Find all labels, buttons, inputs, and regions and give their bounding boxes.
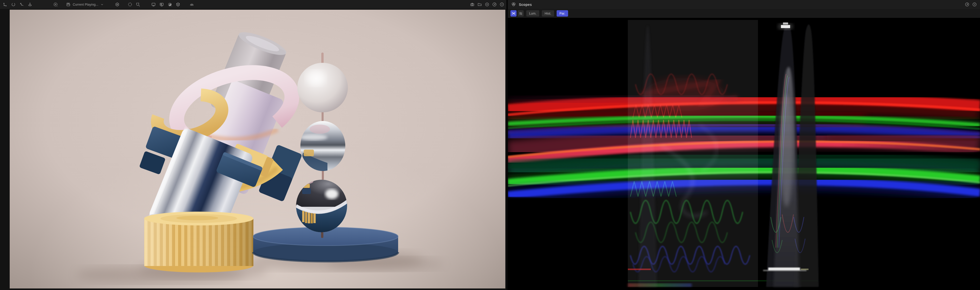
scopes-panel: Scopes ?	[508, 0, 980, 290]
scopes-header: Scopes ?	[508, 0, 980, 9]
rgb-venn-icon	[511, 2, 516, 7]
scope-mode-waveform-lines-button[interactable]	[517, 10, 524, 17]
help-glyph: ?	[501, 3, 502, 6]
record-icon[interactable]	[484, 2, 490, 7]
gizmo-cube-icon[interactable]	[175, 2, 180, 7]
display-monitor-icon[interactable]	[151, 2, 156, 7]
scope-mode-waveform-cross-button[interactable]	[511, 10, 517, 17]
select-circle-icon[interactable]	[127, 2, 132, 7]
pivot-point-icon[interactable]: P	[53, 2, 58, 7]
clip-camera-icon	[65, 2, 71, 7]
waveform-lines-icon	[519, 11, 523, 16]
overlays-arcs-icon[interactable]	[189, 2, 194, 7]
mask-hexagon-icon[interactable]: M	[115, 2, 120, 7]
clip-selector-label: Current Playing...	[73, 3, 98, 6]
camera-icon[interactable]	[469, 2, 475, 7]
render-viewport-canvas[interactable]	[10, 10, 505, 288]
track-point-icon[interactable]	[19, 2, 24, 7]
chevron-down-icon	[100, 2, 104, 7]
scope-waveform-bands	[508, 96, 980, 196]
shading-sphere-icon[interactable]	[167, 2, 172, 7]
waveform-cross-icon	[511, 11, 516, 16]
help-icon[interactable]: ?	[972, 2, 977, 7]
viewport-header-toolbar: P Current Playing... M	[0, 0, 506, 9]
help-icon[interactable]: ?	[499, 2, 504, 7]
scope-mode-parade-button[interactable]: Par.	[557, 10, 568, 17]
marker-horseshoe-icon[interactable]	[11, 2, 16, 7]
navy-disc-pedestal	[253, 227, 398, 261]
track-axes-icon[interactable]	[3, 2, 8, 7]
pin-icon[interactable]	[964, 2, 969, 7]
viewport-panel: P Current Playing... M	[0, 0, 506, 290]
app-window: P Current Playing... M	[0, 0, 980, 290]
render-scene	[10, 10, 505, 288]
scopes-panel-title: Scopes	[519, 3, 532, 6]
folder-icon[interactable]	[477, 2, 482, 7]
sphere-totem	[295, 53, 348, 238]
yellow-pedestal	[144, 212, 253, 272]
scopes-toolbar: Lum. Hist. Par.	[508, 9, 980, 18]
help-glyph: ?	[974, 3, 975, 6]
snap-magnet-icon[interactable]	[135, 2, 140, 7]
scope-mode-histogram-button[interactable]: Hist.	[542, 10, 554, 17]
pin-icon[interactable]	[492, 2, 497, 7]
display-overlay-icon[interactable]	[159, 2, 164, 7]
pivot-disc-icon[interactable]	[27, 2, 32, 7]
waveform-scope-canvas	[508, 18, 980, 290]
scope-mode-luminance-button[interactable]: Lum.	[526, 10, 539, 17]
mask-label: M	[116, 3, 118, 6]
pivot-point-label: P	[55, 3, 56, 6]
clip-selector[interactable]: Current Playing...	[65, 2, 104, 7]
